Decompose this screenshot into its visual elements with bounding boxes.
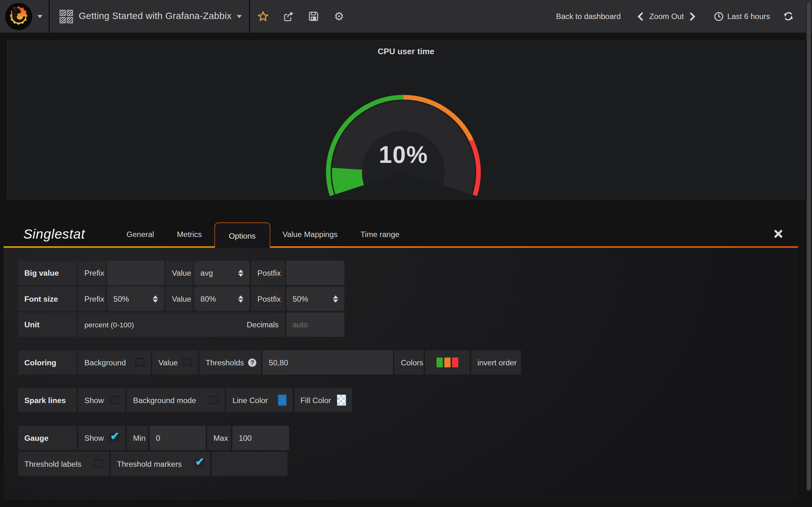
select-stepper-icon [234, 269, 243, 277]
big-value-prefix-input[interactable] [107, 261, 164, 285]
editor-panel-type: Singlestat [23, 226, 85, 242]
sparkline-show-checkbox[interactable] [110, 395, 119, 405]
star-button[interactable] [250, 0, 275, 33]
min-label: Min [127, 426, 148, 450]
font-size-row: Font size Prefix 50% Value 80% Postfix 5… [18, 286, 798, 311]
color-swatch-green[interactable] [437, 357, 443, 367]
thresholds-help-icon[interactable] [248, 358, 256, 367]
navbar: Getting Started with Grafana-Zabbix [0, 0, 812, 33]
threshold-labels-label: Threshold labels [24, 459, 82, 468]
value-checkbox[interactable] [183, 358, 192, 367]
panel-title[interactable]: CPU user time [8, 47, 804, 56]
line-color-cell: Line Color [226, 388, 293, 412]
grafana-logo-icon [5, 2, 33, 30]
postfix-label: Postfix [251, 261, 285, 285]
value-font-size-select[interactable]: 80% [194, 286, 250, 311]
coloring-background-cell: Background [78, 350, 151, 375]
editor-header: Singlestat General Metrics Options Value… [3, 220, 798, 248]
logo-caret-icon [38, 15, 43, 18]
thresholds-input[interactable]: 50,80 [263, 350, 393, 375]
dashboard-picker[interactable]: Getting Started with Grafana-Zabbix [50, 0, 249, 33]
gauge-max-input[interactable]: 100 [233, 426, 289, 450]
editor-tabs: General Metrics Options Value Mappings T… [115, 220, 411, 248]
refresh-button[interactable] [783, 11, 793, 21]
gauge-label: Gauge [18, 426, 77, 450]
gauge-show-checkbox[interactable] [110, 433, 119, 442]
unit-cell: percent (0-100) Decimals [78, 313, 285, 337]
spark-lines-row: Spark lines Show Background mode Line Co… [18, 388, 798, 412]
postfix-font-size-select[interactable]: 50% [287, 286, 345, 311]
tab-options[interactable]: Options [214, 222, 270, 248]
save-button[interactable] [301, 0, 326, 33]
threshold-labels-checkbox[interactable] [94, 459, 103, 468]
gauge-min-input[interactable]: 0 [150, 426, 206, 450]
big-value-postfix-input[interactable] [287, 261, 345, 285]
tab-value-mappings[interactable]: Value Mappings [271, 220, 349, 248]
value-label: Value [159, 358, 178, 367]
value-label: Value [165, 261, 193, 285]
zoom-out-button[interactable]: Zoom Out [649, 12, 684, 21]
fill-color-swatch[interactable] [337, 395, 346, 406]
chevron-left-icon [637, 12, 643, 20]
prefix-font-size-select[interactable]: 50% [107, 286, 164, 311]
close-editor-button[interactable] [774, 230, 782, 238]
big-value-row: Big value Prefix Value avg Postfix [18, 261, 798, 285]
share-icon [283, 10, 294, 22]
close-icon [774, 230, 782, 238]
select-stepper-icon [329, 295, 338, 302]
tab-metrics[interactable]: Metrics [165, 220, 213, 248]
spark-lines-label: Spark lines [18, 388, 77, 412]
gauge-show-cell: Show [78, 426, 125, 450]
threshold-markers-cell: Threshold markers [111, 452, 210, 476]
options-form: Big value Prefix Value avg Postfix Font … [3, 248, 798, 500]
select-stepper-icon [234, 295, 243, 302]
threshold-markers-checkbox[interactable] [195, 459, 204, 468]
max-label: Max [207, 426, 231, 450]
star-icon [257, 11, 269, 21]
big-value-stat-select[interactable]: avg [194, 261, 250, 285]
threshold-labels-cell: Threshold labels [18, 452, 109, 476]
tab-time-range[interactable]: Time range [349, 220, 411, 248]
clock-icon [714, 12, 723, 21]
show-label: Show [84, 434, 104, 442]
panel-editor: Singlestat General Metrics Options Value… [3, 220, 798, 500]
background-mode-checkbox[interactable] [209, 395, 218, 405]
dashboard-title: Getting Started with Grafana-Zabbix [79, 11, 232, 21]
time-range-picker[interactable]: Last 6 hours [714, 12, 770, 21]
gear-icon: ⚙ [334, 10, 344, 22]
unit-label: Unit [18, 313, 77, 337]
grafana-app: Getting Started with Grafana-Zabbix [0, 0, 812, 507]
settings-button[interactable]: ⚙ [326, 0, 352, 33]
color-swatch-orange[interactable] [444, 357, 451, 367]
tab-general[interactable]: General [115, 220, 165, 248]
unit-select[interactable]: percent (0-100) [84, 320, 134, 329]
time-shift-right-button[interactable] [684, 12, 702, 20]
threshold-options-row: Threshold labels Threshold markers [18, 452, 798, 476]
line-color-swatch[interactable] [278, 395, 287, 406]
line-color-label: Line Color [233, 396, 268, 405]
decimals-input[interactable]: auto [287, 313, 345, 337]
coloring-value-cell: Value [152, 350, 198, 375]
scrollbar[interactable] [806, 2, 811, 491]
gauge-row: Gauge Show Min 0 Max 100 [18, 426, 798, 450]
invert-order-button[interactable]: invert order [471, 350, 521, 375]
dashboard-grid-icon [60, 9, 73, 23]
grafana-logo-menu[interactable] [0, 0, 49, 33]
prefix-label: Prefix [78, 286, 106, 311]
font-size-label: Font size [18, 286, 77, 311]
coloring-label: Coloring [18, 350, 77, 375]
fill-color-cell: Fill Color [294, 388, 352, 412]
select-stepper-icon [149, 295, 158, 302]
dashboard-caret-icon [237, 15, 242, 18]
editor-accent-line [3, 246, 798, 248]
background-checkbox[interactable] [135, 358, 144, 367]
back-to-dashboard-button[interactable]: Back to dashboard [556, 12, 621, 21]
share-button[interactable] [275, 0, 301, 33]
gauge-panel[interactable]: CPU user time 10% [7, 40, 805, 199]
show-label: Show [84, 396, 104, 405]
big-value-label: Big value [18, 261, 77, 285]
decimals-label: Decimals [247, 320, 279, 329]
thresholds-cell: Thresholds [200, 350, 261, 375]
time-shift-left-button[interactable] [631, 12, 649, 20]
color-swatch-red[interactable] [452, 357, 458, 367]
